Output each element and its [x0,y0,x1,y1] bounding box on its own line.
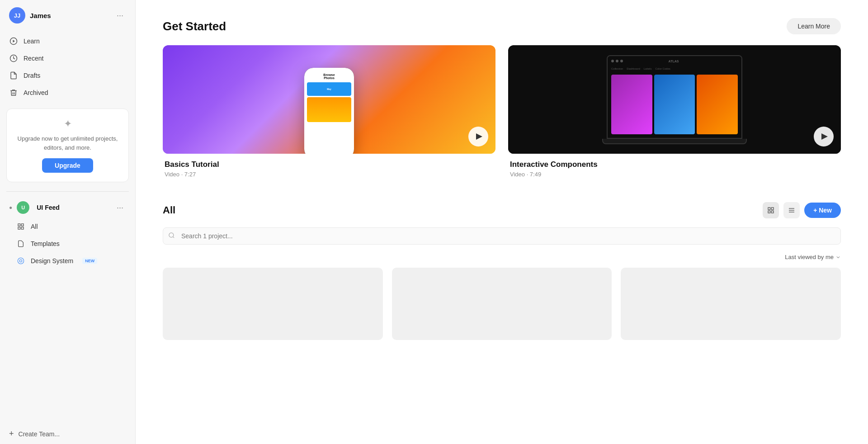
sort-bar: Last viewed by me [163,254,841,260]
main-content: Get Started Learn More BrowsePhotos May [136,0,868,444]
trash-icon [9,88,18,97]
svg-line-17 [173,236,174,238]
nav-section: Learn Recent Drafts Arc [0,31,135,103]
sidebar-item-templates-label: Templates [31,240,60,247]
skeleton-card-3 [621,268,841,340]
all-section-header: All + New [163,202,841,218]
video-title-interactive: Interactive Components [510,160,839,169]
clock-icon [9,54,18,63]
svg-rect-12 [768,211,770,213]
list-view-button[interactable] [783,202,800,218]
sidebar-item-archived[interactable]: Archived [4,84,132,101]
create-team-label: Create Team... [19,430,60,438]
create-team-button[interactable]: + Create Team... [0,424,135,444]
sidebar-item-learn[interactable]: Learn [4,33,132,50]
svg-rect-9 [768,208,770,210]
sidebar-item-drafts[interactable]: Drafts [4,67,132,84]
play-button-interactive[interactable] [814,127,834,146]
all-title: All [163,204,175,216]
user-menu-button[interactable]: ··· [114,10,126,20]
team-section: ● U UI Feed ··· All Templates [0,195,135,424]
video-meta-basics: Video · 7:27 [165,171,494,178]
video-thumbnail-basics: BrowsePhotos May [163,45,495,154]
skeleton-card-2 [392,268,612,340]
upgrade-text: Upgrade now to get unlimited projects, e… [14,134,121,152]
sidebar-item-recent-label: Recent [24,55,43,62]
file-icon [9,71,18,80]
avatar: JJ [9,7,25,24]
sidebar-item-all-label: All [31,223,38,230]
video-grid: BrowsePhotos May Basics Tutorial Video ·… [163,45,841,179]
get-started-title: Get Started [163,19,226,33]
sort-label: Last viewed by me [785,254,834,260]
svg-rect-3 [18,224,20,226]
grid-icon [16,222,25,231]
svg-rect-6 [18,227,20,229]
video-thumbnail-interactive: ATLAS CollectionDashboardLabelsColor Cod… [508,45,841,154]
svg-rect-11 [771,211,774,213]
user-profile[interactable]: JJ James ··· [0,0,135,31]
plus-icon: + [9,429,14,439]
new-badge: NEW [82,258,97,264]
sidebar: JJ James ··· Learn Recent [0,0,136,444]
search-input[interactable] [163,227,841,245]
upgrade-box: ✦ Upgrade now to get unlimited projects,… [6,109,129,182]
design-icon [16,256,25,265]
sidebar-item-all[interactable]: All [4,218,132,235]
template-icon [16,239,25,248]
phone-mockup: BrowsePhotos May [304,68,354,154]
sidebar-item-archived-label: Archived [24,89,48,96]
svg-point-7 [18,258,24,264]
svg-point-16 [169,233,174,237]
svg-rect-10 [771,208,774,210]
sidebar-item-learn-label: Learn [24,38,40,45]
learn-more-button[interactable]: Learn More [787,18,841,34]
team-header[interactable]: ● U UI Feed ··· [4,197,132,218]
sort-button[interactable]: Last viewed by me [785,254,841,260]
new-button[interactable]: + New [804,203,841,218]
sidebar-item-design-system[interactable]: Design System NEW [4,252,132,269]
search-bar [163,227,841,245]
grid-view-button[interactable] [763,202,779,218]
svg-rect-5 [21,227,24,229]
play-circle-icon [9,37,18,46]
sidebar-item-drafts-label: Drafts [24,72,40,79]
laptop-mockup: ATLAS CollectionDashboardLabelsColor Cod… [607,55,742,139]
team-name: UI Feed [37,204,110,211]
design-system-label: Design System [31,257,73,265]
svg-rect-4 [21,224,24,226]
sidebar-item-templates[interactable]: Templates [4,235,132,252]
projects-grid [163,268,841,340]
username: James [30,12,109,19]
svg-marker-1 [13,40,15,43]
video-card-interactive[interactable]: ATLAS CollectionDashboardLabelsColor Cod… [508,45,841,179]
search-icon [168,232,175,240]
upgrade-button[interactable]: Upgrade [42,158,93,173]
sidebar-item-recent[interactable]: Recent [4,50,132,67]
play-button-basics[interactable] [468,127,488,146]
video-info-interactive: Interactive Components Video · 7:49 [508,154,841,179]
video-title-basics: Basics Tutorial [165,160,494,169]
video-card-basics[interactable]: BrowsePhotos May Basics Tutorial Video ·… [163,45,495,179]
get-started-header: Get Started Learn More [163,18,841,34]
skeleton-card-1 [163,268,383,340]
sidebar-divider [6,191,129,192]
team-avatar: U [17,201,29,214]
video-info-basics: Basics Tutorial Video · 7:27 [163,154,495,179]
svg-point-8 [19,260,22,262]
collapse-icon: ● [9,204,12,211]
sparkle-icon: ✦ [64,118,72,130]
all-controls: + New [763,202,841,218]
team-menu-button[interactable]: ··· [114,203,126,213]
video-meta-interactive: Video · 7:49 [510,171,839,178]
